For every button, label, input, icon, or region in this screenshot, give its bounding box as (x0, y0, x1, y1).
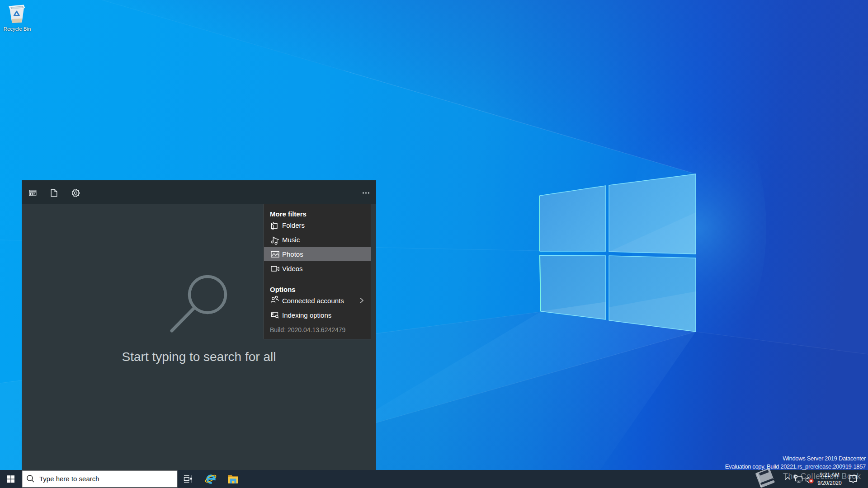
svg-text:Type here to search: Type here to search (39, 475, 99, 483)
